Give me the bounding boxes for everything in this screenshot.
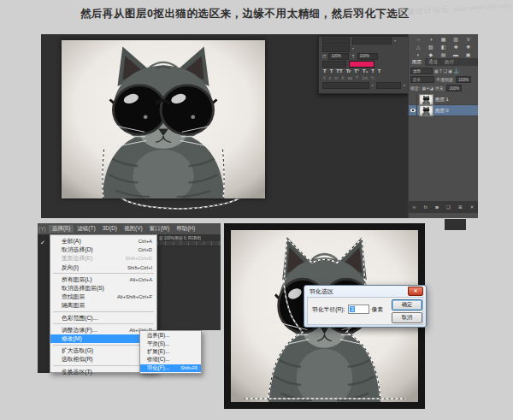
chevron-down-icon[interactable]: ▾ <box>394 38 396 43</box>
close-icon[interactable]: ✕ <box>408 287 423 296</box>
opentype-icon[interactable]: fi <box>323 75 326 80</box>
menu-item[interactable]: 取消选择图层(S) <box>50 284 156 293</box>
opentype-icon[interactable]: o <box>329 75 332 80</box>
menu-item[interactable]: 反向(I)Shift+Ctrl+I <box>50 263 156 272</box>
menu-item[interactable]: 色彩范围(C)... <box>50 314 156 322</box>
chevron-down-icon[interactable]: ▾ <box>372 83 374 87</box>
adjustment-icon[interactable]: △ <box>412 44 425 50</box>
vertical-scale-field[interactable]: 100% <box>328 53 349 60</box>
text-style-icon[interactable]: T₁ <box>363 68 368 74</box>
font-size-field[interactable] <box>352 38 392 44</box>
filter-icon[interactable]: ⚓ <box>453 68 458 74</box>
chevron-down-icon[interactable]: ▾ <box>352 46 354 50</box>
adjustment-icon[interactable]: ✚ <box>450 44 463 50</box>
layers-footer-icon[interactable]: ❏ <box>446 204 451 210</box>
opentype-icon[interactable]: st <box>334 75 338 80</box>
blend-mode-select[interactable]: 正常 <box>410 76 434 83</box>
options-bar-fragment: ✓ <box>38 234 50 373</box>
adjustment-icon[interactable]: ◆ <box>425 52 438 58</box>
menu-item[interactable]: 隔离图层 <box>50 301 156 310</box>
opentype-icon[interactable]: 1st <box>362 75 368 80</box>
chevron-down-icon[interactable]: ▾ <box>404 83 405 87</box>
text-style-icon[interactable]: T <box>371 68 374 74</box>
opentype-icon[interactable]: T <box>356 75 358 80</box>
font-family-field[interactable] <box>322 38 350 44</box>
menubar-item[interactable]: 窗口(W) <box>146 225 173 233</box>
adjustment-icon[interactable]: ▣ <box>462 52 475 58</box>
submenu-item[interactable]: 平滑(S)... <box>140 340 201 347</box>
text-style-icon[interactable]: T <box>323 68 327 74</box>
document-tab[interactable]: @ 100%(图层 0, RGB/8) <box>157 234 221 241</box>
text-style-icon[interactable]: Tr <box>346 68 351 74</box>
adjustment-icon[interactable]: ▥ <box>450 37 463 43</box>
panel-tab-图层[interactable]: 图层 <box>409 58 425 66</box>
menubar-item[interactable]: 3D(D) <box>99 225 121 233</box>
adjustment-icon[interactable]: ▤ <box>437 52 450 58</box>
menu-item[interactable]: 全部(A)Ctrl+A <box>50 237 156 245</box>
visibility-toggle[interactable] <box>409 105 417 115</box>
opacity-value[interactable]: 100% <box>456 76 471 83</box>
antialias-select[interactable] <box>376 82 401 89</box>
adjustment-icon[interactable]: ▦ <box>437 37 450 43</box>
cancel-button[interactable]: 取消 <box>392 312 422 323</box>
layers-footer-icon[interactable]: ∞ <box>413 204 416 210</box>
character-scale-row: IT 100% T 100% <box>319 52 408 60</box>
submenu-item[interactable]: 扩展(E)... <box>140 348 201 356</box>
menu-item[interactable]: 取消选择(D)Ctrl+D <box>50 245 156 254</box>
panel-tabs: 图层通道路径 <box>409 58 478 66</box>
menubar-item[interactable]: 滤镜(T) <box>74 225 98 233</box>
text-style-icon[interactable]: TT <box>336 68 342 74</box>
visibility-toggle[interactable] <box>409 94 417 104</box>
language-select[interactable] <box>322 82 369 89</box>
text-style-icon[interactable]: T¹ <box>354 68 359 74</box>
submenu-item-label: 羽化(F)... <box>147 364 169 372</box>
menubar-item[interactable]: 选择(S) <box>49 225 74 233</box>
layer-filter-icons: ▦ T ❏ ▣ ⚓ <box>434 68 459 74</box>
layers-footer-icon[interactable]: ⊞ <box>458 204 463 210</box>
panel-tab-通道[interactable]: 通道 <box>425 58 441 66</box>
adjustment-icon[interactable]: ❖ <box>462 44 475 50</box>
layers-footer-icon[interactable]: ◙ <box>435 204 438 210</box>
adjustment-icon[interactable]: ◑ <box>425 37 438 43</box>
commit-check-icon[interactable]: ✓ <box>40 240 45 246</box>
baseline-field[interactable] <box>322 61 346 68</box>
character-style-icons: TTTTTrT¹T₁TT <box>319 68 408 74</box>
layer-row[interactable]: 图层 1 <box>409 94 478 105</box>
adjustment-icon[interactable]: ▧ <box>425 44 438 50</box>
layers-footer-icon[interactable]: ✕ <box>470 204 475 210</box>
vertical-scale-icon: IT <box>322 54 326 59</box>
leading-field[interactable] <box>322 45 350 52</box>
submenu-item[interactable]: 收缩(C)... <box>140 356 201 364</box>
adjustment-icon[interactable]: ▬ <box>450 52 463 58</box>
fill-value[interactable]: 100% <box>446 85 462 92</box>
right-panel: ☼◑▦▥Ⅴ△▧◧✚❖◐◆▤▬▣ 图层通道路径 类型 ▦ T ❏ ▣ ⚓ 正常 不… <box>408 34 478 218</box>
submenu-item[interactable]: 羽化(F)...Shift+F6 <box>140 364 201 372</box>
feather-radius-row: 羽化半径(R): 3 像素 <box>312 305 383 314</box>
horizontal-scale-field[interactable]: 100% <box>357 53 378 60</box>
adjustment-icon[interactable]: ◐ <box>412 52 425 58</box>
ok-button[interactable]: 确定 <box>392 299 422 311</box>
layers-footer-icon[interactable]: fx <box>424 204 428 210</box>
menubar-item[interactable]: 视图(V) <box>121 225 146 233</box>
opentype-icon[interactable]: A <box>341 75 344 80</box>
layer-filter-select[interactable]: 类型 <box>410 68 433 74</box>
adjustment-icon[interactable]: ◧ <box>437 44 450 50</box>
text-style-icon[interactable]: T <box>330 68 333 74</box>
opentype-icon[interactable]: aa <box>348 75 353 80</box>
layer-thumbnail <box>419 94 433 105</box>
text-color-swatch[interactable] <box>349 61 374 68</box>
opentype-icon[interactable]: ½ <box>371 75 374 80</box>
feather-radius-input[interactable]: 3 <box>348 305 369 314</box>
panel-tab-路径[interactable]: 路径 <box>441 58 457 66</box>
text-style-icon[interactable]: T <box>378 68 381 74</box>
submenu-item[interactable]: 边界(B)... <box>140 332 201 340</box>
menubar-item[interactable]: 帮助(H) <box>173 225 198 233</box>
menu-item[interactable]: 所有图层(L)Alt+Ctrl+A <box>50 275 156 284</box>
menu-item-label: 查找图层 <box>62 293 85 301</box>
adjustment-icon[interactable]: ☼ <box>412 37 425 43</box>
lock-icon[interactable]: ◪ <box>429 86 433 91</box>
menu-item[interactable]: 重新选择(E)Shift+Ctrl+D <box>50 254 156 263</box>
layer-row[interactable]: 图层 0 <box>409 105 478 116</box>
adjustment-icon[interactable]: Ⅴ <box>462 37 475 43</box>
menu-item[interactable]: 查找图层Alt+Shift+Ctrl+F <box>50 293 156 301</box>
